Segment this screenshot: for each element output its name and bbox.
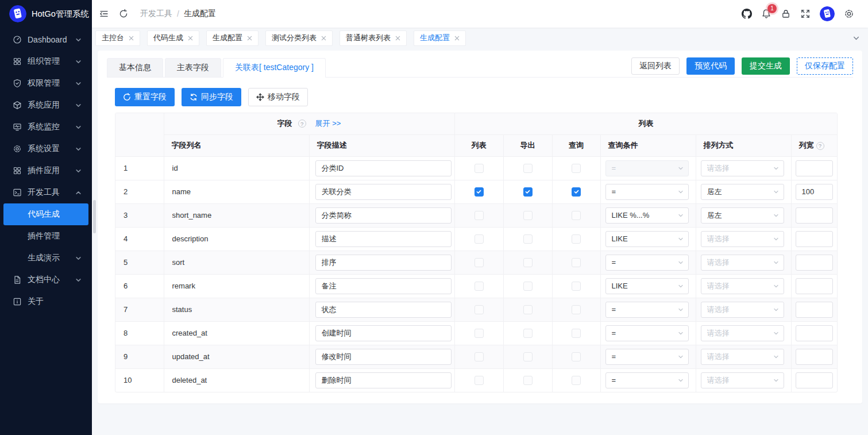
- field-desc-input[interactable]: [315, 207, 452, 224]
- query-condition-select[interactable]: =: [605, 302, 689, 318]
- submit-generate-button[interactable]: 提交生成: [742, 57, 790, 75]
- align-select[interactable]: 请选择: [701, 160, 784, 176]
- tab-code-generation[interactable]: 代码生成: [147, 30, 199, 46]
- tabs-collapse-icon[interactable]: [852, 34, 860, 42]
- field-desc-input[interactable]: [315, 372, 452, 388]
- query-condition-select[interactable]: =: [605, 349, 689, 365]
- align-select[interactable]: 居左: [701, 184, 784, 200]
- query-condition-select[interactable]: =: [605, 184, 689, 200]
- list-checkbox[interactable]: [474, 282, 484, 291]
- sidebar-item-doc-center[interactable]: 文档中心: [3, 269, 88, 291]
- list-checkbox[interactable]: [474, 211, 484, 220]
- query-condition-select[interactable]: LIKE %...%: [605, 207, 689, 224]
- query-condition-select[interactable]: LIKE: [605, 278, 689, 294]
- align-select[interactable]: 请选择: [701, 278, 784, 294]
- subtab-main-table-fields[interactable]: 主表字段: [165, 58, 221, 78]
- list-checkbox[interactable]: [474, 329, 484, 338]
- subtab-basic-info[interactable]: 基本信息: [107, 58, 163, 78]
- column-width-input[interactable]: [796, 231, 834, 247]
- list-checkbox[interactable]: [474, 376, 484, 385]
- close-icon[interactable]: [129, 36, 134, 41]
- column-width-input[interactable]: [796, 349, 834, 365]
- tab-test-category-list[interactable]: 测试分类列表: [265, 30, 333, 46]
- query-condition-select[interactable]: =: [605, 372, 689, 388]
- align-select[interactable]: 请选择: [701, 302, 784, 318]
- tab-console[interactable]: 主控台: [95, 30, 140, 46]
- list-checkbox[interactable]: [474, 187, 484, 197]
- field-desc-input[interactable]: [315, 255, 452, 271]
- github-icon[interactable]: [742, 9, 752, 19]
- query-checkbox[interactable]: [572, 376, 581, 385]
- export-checkbox[interactable]: [523, 352, 533, 361]
- query-checkbox[interactable]: [572, 164, 581, 173]
- sidebar-item-plugin-apps[interactable]: 插件应用: [3, 160, 88, 182]
- sidebar-item-organization[interactable]: 组织管理: [3, 51, 88, 72]
- list-checkbox[interactable]: [474, 164, 484, 173]
- reset-fields-button[interactable]: 重置字段: [115, 88, 175, 106]
- column-width-input[interactable]: [796, 325, 834, 341]
- list-checkbox[interactable]: [474, 258, 484, 267]
- sidebar-scrollbar-thumb[interactable]: [93, 200, 96, 233]
- query-checkbox[interactable]: [572, 305, 581, 314]
- field-desc-input[interactable]: [315, 184, 452, 200]
- field-desc-input[interactable]: [315, 231, 452, 247]
- close-icon[interactable]: [188, 36, 193, 41]
- field-desc-input[interactable]: [315, 278, 452, 294]
- close-icon[interactable]: [454, 36, 460, 41]
- align-select[interactable]: 请选择: [701, 255, 784, 271]
- sidebar-item-dev-tools[interactable]: 开发工具: [3, 182, 88, 203]
- preview-code-button[interactable]: 预览代码: [686, 57, 735, 75]
- close-icon[interactable]: [247, 36, 252, 41]
- query-checkbox[interactable]: [572, 211, 581, 220]
- export-checkbox[interactable]: [523, 234, 533, 244]
- query-checkbox[interactable]: [572, 234, 581, 244]
- sidebar-item-dashboard[interactable]: Dashboard: [3, 29, 88, 51]
- refresh-icon[interactable]: [118, 9, 129, 19]
- field-desc-input[interactable]: [315, 160, 452, 176]
- column-width-input[interactable]: [796, 207, 834, 224]
- move-fields-button[interactable]: 移动字段: [248, 88, 308, 106]
- export-checkbox[interactable]: [523, 329, 533, 338]
- lock-icon[interactable]: [781, 9, 791, 19]
- list-checkbox[interactable]: [474, 352, 484, 361]
- column-width-input[interactable]: [796, 184, 834, 200]
- tab-gen-config-2[interactable]: 生成配置: [414, 30, 466, 46]
- column-width-input[interactable]: [796, 255, 834, 271]
- avatar[interactable]: [820, 6, 835, 21]
- export-checkbox[interactable]: [523, 187, 533, 197]
- query-checkbox[interactable]: [572, 352, 581, 361]
- sidebar-item-system-settings[interactable]: 系统设置: [3, 138, 88, 160]
- fullscreen-icon[interactable]: [800, 9, 811, 19]
- query-condition-select[interactable]: LIKE: [605, 231, 689, 247]
- query-checkbox[interactable]: [572, 258, 581, 267]
- sidebar-item-permission[interactable]: 权限管理: [3, 72, 88, 94]
- back-to-list-button[interactable]: 返回列表: [631, 57, 680, 75]
- query-condition-select[interactable]: =: [605, 325, 689, 341]
- export-checkbox[interactable]: [523, 305, 533, 314]
- settings-gear-icon[interactable]: [844, 9, 854, 19]
- query-checkbox[interactable]: [572, 329, 581, 338]
- query-condition-select[interactable]: =: [605, 255, 689, 271]
- export-checkbox[interactable]: [523, 282, 533, 291]
- close-icon[interactable]: [321, 36, 326, 41]
- column-width-input[interactable]: [796, 160, 834, 176]
- field-desc-input[interactable]: [315, 349, 452, 365]
- app-logo[interactable]: HotGo管理系统: [0, 0, 92, 28]
- sidebar-item-code-generation[interactable]: 代码生成: [3, 203, 88, 225]
- align-select[interactable]: 居左: [701, 207, 784, 224]
- sidebar-item-about[interactable]: 关于: [3, 291, 88, 313]
- export-checkbox[interactable]: [523, 164, 533, 173]
- align-select[interactable]: 请选择: [701, 349, 784, 365]
- column-width-input[interactable]: [796, 302, 834, 318]
- close-icon[interactable]: [395, 36, 400, 41]
- field-desc-input[interactable]: [315, 325, 452, 341]
- align-select[interactable]: 请选择: [701, 231, 784, 247]
- sidebar-item-gen-demo[interactable]: 生成演示: [3, 247, 88, 269]
- column-width-input[interactable]: [796, 372, 834, 388]
- tab-gen-config-1[interactable]: 生成配置: [206, 30, 259, 46]
- tab-tree-table-list[interactable]: 普通树表列表: [340, 30, 407, 46]
- sync-fields-button[interactable]: 同步字段: [182, 88, 241, 106]
- align-select[interactable]: 请选择: [701, 325, 784, 341]
- expand-link[interactable]: 展开 >>: [315, 118, 341, 129]
- export-checkbox[interactable]: [523, 258, 533, 267]
